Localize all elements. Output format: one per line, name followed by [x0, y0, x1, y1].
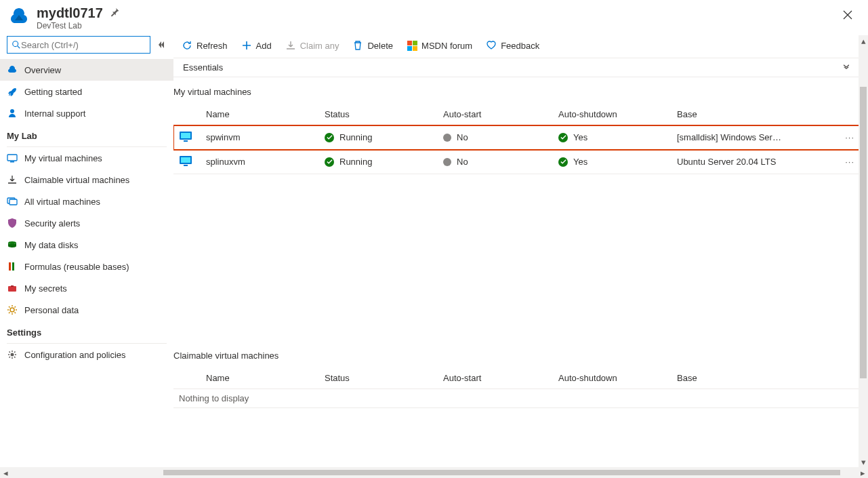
col-autoshutdown[interactable]: Auto-shutdown [553, 367, 671, 389]
col-name[interactable]: Name [201, 104, 319, 125]
horizontal-scrollbar[interactable]: ◂ ▸ [0, 467, 868, 478]
plus-icon [241, 40, 252, 51]
nav-label: Formulas (reusable bases) [24, 262, 129, 272]
svg-rect-4 [10, 161, 14, 163]
svg-rect-15 [181, 133, 190, 138]
col-base[interactable]: Base [671, 104, 840, 125]
table-header-row: Name Status Auto-start Auto-shutdown Bas… [173, 104, 860, 125]
vm-autostart: No [457, 157, 468, 167]
nav-label: Personal data [24, 305, 79, 315]
nav-config-policies[interactable]: Configuration and policies [0, 344, 173, 365]
dot-icon [443, 158, 451, 166]
vm-status: Running [339, 132, 372, 142]
svg-rect-9 [12, 262, 14, 271]
refresh-button[interactable]: Refresh [176, 37, 233, 54]
vm-base: Ubuntu Server 20.04 LTS [677, 157, 776, 167]
my-vms-title: My virtual machines [173, 87, 860, 97]
col-autoshutdown[interactable]: Auto-shutdown [553, 104, 671, 125]
msdn-forum-button[interactable]: MSDN forum [401, 37, 478, 54]
search-input[interactable] [21, 40, 146, 50]
pin-icon[interactable] [110, 7, 119, 19]
row-more-button[interactable]: ··· [840, 125, 860, 150]
settings-icon [7, 349, 18, 360]
svg-rect-11 [11, 285, 14, 287]
nav-label: Overview [24, 65, 61, 75]
nav-label: My data disks [24, 240, 78, 250]
nav-label: Getting started [24, 87, 82, 97]
formula-icon [7, 261, 18, 272]
trash-icon [352, 40, 363, 51]
nav-label: Security alerts [24, 218, 80, 228]
table-row[interactable]: spwinvmRunningNoYes[smalldisk] Windows S… [173, 125, 860, 150]
delete-button[interactable]: Delete [347, 37, 398, 54]
nav-getting-started[interactable]: Getting started [0, 81, 173, 102]
vm-icon [7, 153, 18, 163]
scroll-right-icon[interactable]: ▸ [857, 467, 868, 478]
vm-row-icon [179, 135, 192, 145]
vertical-scrollbar[interactable]: ▴ ▾ [859, 35, 868, 467]
nav-personal-data[interactable]: Personal data [0, 299, 173, 321]
row-more-button[interactable]: ··· [840, 150, 860, 174]
claim-any-button: Claim any [280, 37, 345, 54]
gear-icon [7, 304, 18, 315]
col-autostart[interactable]: Auto-start [438, 367, 553, 389]
scroll-left-icon[interactable]: ◂ [0, 467, 11, 478]
svg-point-2 [10, 109, 14, 113]
col-status[interactable]: Status [319, 104, 438, 125]
col-base[interactable]: Base [671, 367, 840, 389]
status-ok-icon [558, 157, 568, 167]
svg-rect-8 [9, 262, 11, 271]
close-button[interactable] [841, 8, 854, 22]
scroll-down-icon[interactable]: ▾ [859, 456, 868, 467]
vm-name: spwinvm [201, 125, 319, 150]
claimable-vms-title: Claimable virtual machines [173, 351, 860, 361]
scroll-up-icon[interactable]: ▴ [859, 35, 868, 46]
nav-claimable-vms[interactable]: Claimable virtual machines [0, 169, 173, 191]
essentials-accordion[interactable]: Essentials [173, 58, 860, 77]
nav-my-vms[interactable]: My virtual machines [0, 147, 173, 169]
disk-icon [7, 239, 18, 250]
overview-icon [7, 64, 18, 75]
feedback-button[interactable]: Feedback [480, 37, 545, 54]
col-status[interactable]: Status [319, 367, 438, 389]
nav-data-disks[interactable]: My data disks [0, 234, 173, 256]
collapse-sidebar-button[interactable] [154, 38, 168, 52]
dot-icon [443, 134, 451, 142]
status-ok-icon [325, 157, 334, 167]
secrets-icon [7, 283, 18, 294]
heart-icon [486, 40, 497, 51]
status-ok-icon [325, 133, 334, 142]
nav-secrets[interactable]: My secrets [0, 277, 173, 299]
nav-overview[interactable]: Overview [0, 59, 173, 81]
svg-point-7 [8, 241, 16, 244]
nav-label: Claimable virtual machines [24, 175, 129, 185]
search-box[interactable] [7, 36, 150, 54]
vm-row-icon [179, 159, 192, 170]
refresh-icon [182, 40, 192, 51]
nav-label: Internal support [24, 108, 85, 119]
col-autostart[interactable]: Auto-start [438, 104, 553, 125]
nav-all-vms[interactable]: All virtual machines [0, 191, 173, 212]
nav-label: My secrets [24, 283, 67, 294]
nav-label: All virtual machines [24, 197, 100, 207]
col-name[interactable]: Name [201, 367, 319, 389]
vms-icon [7, 196, 18, 207]
nav-formulas[interactable]: Formulas (reusable bases) [0, 256, 173, 277]
nav-group-mylab: My Lab [0, 124, 173, 145]
shield-icon [7, 218, 18, 228]
lab-icon [8, 5, 30, 27]
vm-autoshutdown: Yes [573, 157, 587, 167]
msdn-icon [407, 40, 417, 51]
nav-internal-support[interactable]: Internal support [0, 102, 173, 124]
vm-autostart: No [457, 132, 468, 142]
svg-point-12 [10, 308, 14, 312]
nav-security-alerts[interactable]: Security alerts [0, 212, 173, 234]
page-title: mydtl0717 [37, 5, 103, 21]
add-button[interactable]: Add [236, 37, 277, 54]
status-ok-icon [558, 133, 568, 142]
rocket-icon [7, 86, 18, 97]
search-icon [12, 40, 21, 49]
vm-status: Running [339, 157, 372, 167]
svg-rect-10 [8, 286, 16, 292]
table-row[interactable]: splinuxvmRunningNoYesUbuntu Server 20.04… [173, 150, 860, 174]
